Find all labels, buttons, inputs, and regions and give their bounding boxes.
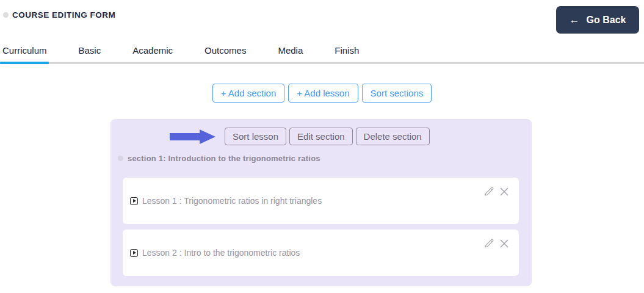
back-arrow-icon: ← [570,15,580,25]
lesson-title: Lesson 1 : Trigonometric ratios in right… [142,196,322,206]
page-title: COURSE EDITING FORM [12,10,115,20]
lesson-card-1: Lesson 1 : Trigonometric ratios in right… [123,178,519,224]
edit-section-button[interactable]: Edit section [289,128,353,145]
section-button-group: Sort lesson Edit section Delete section [225,128,430,145]
play-icon [130,249,138,257]
edit-lesson-icon[interactable] [483,238,494,249]
play-icon [130,197,138,205]
add-lesson-button[interactable]: + Add lesson [288,84,358,103]
delete-section-button[interactable]: Delete section [356,128,430,145]
section-title-row: section 1: Introduction to the trigonome… [118,154,532,163]
section-panel: Sort lesson Edit section Delete section … [110,119,532,286]
page-header: COURSE EDITING FORM ← Go Back [0,0,644,38]
lesson-card-2: Lesson 2 : Intro to the trigonometric ra… [123,230,519,276]
add-section-button[interactable]: + Add section [212,84,284,103]
lesson-card-actions [483,238,510,249]
lesson-title: Lesson 2 : Intro to the trigonometric ra… [142,248,300,258]
tab-finish[interactable]: Finish [335,45,359,56]
tab-media[interactable]: Media [278,45,303,56]
tab-outcomes[interactable]: Outcomes [204,45,246,56]
go-back-button[interactable]: ← Go Back [556,6,639,34]
section-title: section 1: Introduction to the trigonome… [128,154,320,163]
pointer-arrow-icon [170,129,215,144]
sort-lesson-button[interactable]: Sort lesson [225,128,286,145]
lesson-card-actions [483,186,510,197]
bullet-icon [3,12,9,18]
curriculum-actions: + Add section + Add lesson Sort sections [0,84,644,103]
edit-lesson-icon[interactable] [483,186,494,197]
sort-sections-button[interactable]: Sort sections [362,84,432,103]
section-panel-header: Sort lesson Edit section Delete section [110,119,532,145]
tab-bar: Curriculum Basic Academic Outcomes Media… [0,38,644,64]
tab-basic[interactable]: Basic [79,45,101,56]
tab-academic[interactable]: Academic [132,45,173,56]
page-title-row: COURSE EDITING FORM [3,10,115,20]
bullet-icon [118,156,123,161]
tab-curriculum[interactable]: Curriculum [2,45,47,56]
go-back-label: Go Back [587,15,626,26]
lesson-list: Lesson 1 : Trigonometric ratios in right… [123,178,519,276]
delete-lesson-icon[interactable] [499,238,510,249]
delete-lesson-icon[interactable] [499,186,510,197]
course-editing-page: COURSE EDITING FORM ← Go Back Curriculum… [0,0,644,293]
active-tab-underline [0,62,49,64]
